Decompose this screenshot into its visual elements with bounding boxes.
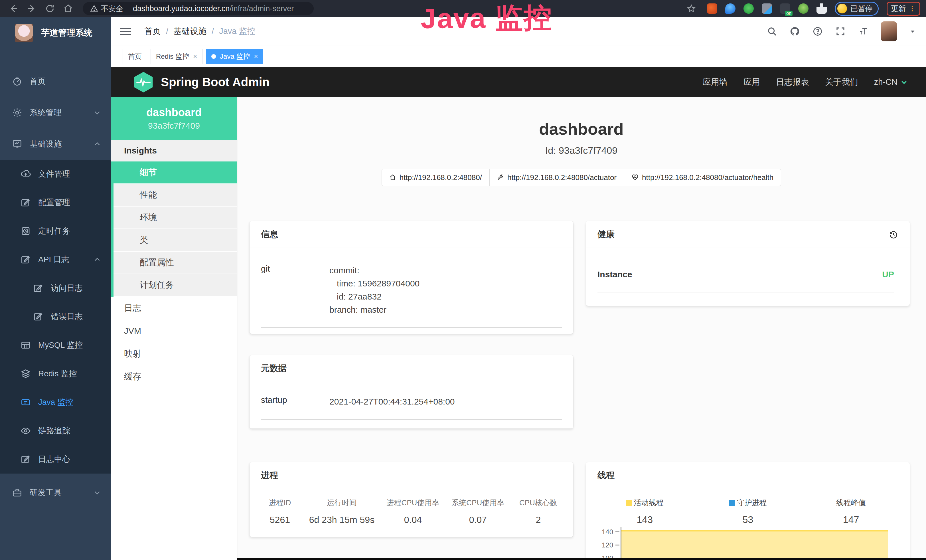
sidebar-item-home[interactable]: 首页 bbox=[0, 66, 111, 97]
sba-item-mappings[interactable]: 映射 bbox=[111, 342, 237, 365]
sba-item-logs[interactable]: 日志 bbox=[111, 297, 237, 319]
sba-item-config-props[interactable]: 配置属性 bbox=[113, 251, 237, 274]
user-avatar[interactable] bbox=[881, 21, 897, 41]
app-logo-row[interactable]: 芋道管理系统 bbox=[0, 17, 111, 48]
page-subtitle-id: Id: 93a3fc7f7409 bbox=[237, 145, 926, 156]
sba-nav-journal[interactable]: 日志报表 bbox=[776, 76, 809, 88]
legend-live-threads: 活动线程 bbox=[626, 498, 664, 508]
sba-item-classes[interactable]: 类 bbox=[113, 229, 237, 251]
extension-on-badge: on bbox=[785, 11, 793, 16]
sba-item-environment[interactable]: 环境 bbox=[113, 207, 237, 229]
gear-icon bbox=[12, 107, 22, 118]
sidebar-item-system[interactable]: 系统管理 bbox=[0, 97, 111, 129]
security-warning[interactable]: 不安全 bbox=[90, 4, 123, 14]
hamburger-icon[interactable] bbox=[120, 27, 131, 36]
actuator-url-button[interactable]: http://192.168.0.2:48080/actuator bbox=[489, 169, 624, 186]
emoji-avatar bbox=[837, 4, 847, 14]
sba-nav-applications[interactable]: 应用 bbox=[743, 76, 760, 88]
layers-icon bbox=[21, 369, 31, 379]
font-size-icon[interactable] bbox=[858, 26, 869, 36]
chevron-down-icon bbox=[94, 489, 101, 496]
chevron-down-icon bbox=[94, 109, 101, 117]
caret-down-icon[interactable] bbox=[909, 28, 916, 35]
breadcrumb-infra[interactable]: 基础设施 bbox=[173, 26, 206, 37]
info-card-header: 信息 bbox=[250, 221, 573, 248]
status-badge: UP bbox=[882, 269, 894, 279]
sidebar-item-error-log[interactable]: 错误日志 bbox=[0, 303, 111, 331]
forward-icon[interactable] bbox=[24, 2, 39, 15]
sba-item-details[interactable]: 细节 bbox=[113, 162, 237, 184]
sba-item-jvm[interactable]: JVM bbox=[111, 319, 237, 342]
puzzle-extensions-icon[interactable] bbox=[817, 3, 827, 14]
sidebar-item-config-manage[interactable]: 配置管理 bbox=[0, 188, 111, 217]
sba-item-caches[interactable]: 缓存 bbox=[111, 365, 237, 388]
sba-item-metrics[interactable]: 性能 bbox=[113, 184, 237, 207]
sidebar-item-tracing[interactable]: 链路追踪 bbox=[0, 416, 111, 445]
instance-header[interactable]: dashboard 93a3fc7f7409 bbox=[111, 97, 237, 140]
wrench-icon bbox=[497, 174, 504, 181]
annotation-overlay: Java 监控 bbox=[421, 0, 552, 36]
extension-icon[interactable] bbox=[707, 3, 717, 14]
security-label: 不安全 bbox=[101, 4, 123, 14]
search-icon[interactable] bbox=[767, 26, 777, 36]
metadata-card-header: 元数据 bbox=[250, 355, 573, 382]
instance-url-buttons: http://192.168.0.2:48080/ http://192.168… bbox=[237, 169, 926, 186]
edit-square-icon bbox=[33, 283, 43, 293]
sidebar-item-mysql-monitor[interactable]: MySQL 监控 bbox=[0, 331, 111, 359]
back-icon[interactable] bbox=[6, 2, 21, 15]
y-axis-tick: 120 bbox=[593, 541, 613, 549]
breadcrumb-home[interactable]: 首页 bbox=[144, 26, 161, 37]
sidebar-item-access-log[interactable]: 访问日志 bbox=[0, 274, 111, 303]
sidebar-item-infrastructure[interactable]: 基础设施 bbox=[0, 129, 111, 160]
extension-icon[interactable] bbox=[725, 3, 735, 14]
extension-icon[interactable]: on bbox=[780, 3, 790, 14]
sba-nav-language[interactable]: zh-CN bbox=[874, 77, 908, 87]
health-url-button[interactable]: http://192.168.0.2:48080/actuator/health bbox=[624, 169, 781, 186]
sidebar-item-java-monitor[interactable]: Java 监控 bbox=[0, 388, 111, 416]
sidebar-item-dev-tools[interactable]: 研发工具 bbox=[0, 477, 111, 509]
close-icon[interactable]: × bbox=[193, 53, 197, 61]
sba-brand-title[interactable]: Spring Boot Admin bbox=[161, 75, 269, 89]
legend-daemon-threads: 守护进程 bbox=[729, 498, 767, 508]
help-icon[interactable] bbox=[813, 26, 823, 36]
table-row: Instance UP bbox=[598, 269, 894, 292]
threads-legend-row: 活动线程 守护进程 线程峰值 bbox=[593, 498, 903, 508]
sidebar-item-scheduled-jobs[interactable]: 定时任务 bbox=[0, 217, 111, 245]
database-table-icon bbox=[21, 340, 31, 350]
sba-nav-about[interactable]: 关于我们 bbox=[825, 76, 858, 88]
process-header-row: 进程ID 运行时间 进程CPU使用率 系统CPU使用率 CPU核心数 bbox=[257, 498, 566, 508]
extension-icon[interactable] bbox=[743, 3, 754, 14]
paused-profile-chip[interactable]: 已暂停 bbox=[835, 2, 879, 16]
url-text: dashboard.yudao.iocoder.cn/infra/admin-s… bbox=[133, 4, 294, 13]
fullscreen-icon[interactable] bbox=[835, 26, 846, 36]
sidebar-item-api-log[interactable]: API 日志 bbox=[0, 245, 111, 274]
sidebar-item-redis-monitor[interactable]: Redis 监控 bbox=[0, 359, 111, 388]
sidebar-item-log-center[interactable]: 日志中心 bbox=[0, 445, 111, 474]
chevron-up-icon bbox=[94, 256, 101, 263]
process-value-row: 5261 6d 23h 15m 59s 0.04 0.07 2 bbox=[257, 508, 566, 525]
service-url-button[interactable]: http://192.168.0.2:48080/ bbox=[381, 169, 490, 186]
update-browser-button[interactable]: 更新 ⋮ bbox=[887, 2, 920, 16]
github-icon[interactable] bbox=[790, 26, 800, 36]
sba-item-scheduled-tasks[interactable]: 计划任务 bbox=[113, 274, 237, 297]
home-icon[interactable] bbox=[61, 2, 76, 15]
tab-redis-monitor[interactable]: Redis 监控 × bbox=[151, 49, 203, 64]
sba-navbar: Spring Boot Admin 应用墙 应用 日志报表 关于我们 zh-CN bbox=[111, 67, 926, 97]
reload-icon[interactable] bbox=[42, 2, 57, 15]
sidebar-item-file-manage[interactable]: 文件管理 bbox=[0, 160, 111, 188]
tab-java-monitor[interactable]: Java 监控 × bbox=[206, 49, 263, 64]
tab-home[interactable]: 首页 bbox=[123, 49, 147, 64]
close-icon[interactable]: × bbox=[254, 53, 258, 61]
bookmark-star-icon[interactable] bbox=[684, 2, 699, 15]
extension-icon[interactable] bbox=[798, 3, 808, 14]
blue-swatch-icon bbox=[729, 500, 735, 506]
spring-boot-admin-logo[interactable] bbox=[133, 71, 153, 93]
metadata-card-body: startup 2021-04-27T00:44:31.254+08:00 bbox=[250, 382, 573, 420]
edit-square-icon bbox=[21, 197, 31, 208]
extension-icon[interactable] bbox=[762, 3, 772, 14]
paused-label: 已暂停 bbox=[850, 4, 873, 14]
address-bar[interactable]: 不安全 dashboard.yudao.iocoder.cn/infra/adm… bbox=[83, 2, 314, 15]
y-axis-tick: 140 bbox=[593, 528, 613, 536]
sba-nav-wallboard[interactable]: 应用墙 bbox=[703, 76, 728, 88]
history-icon[interactable] bbox=[889, 230, 898, 239]
